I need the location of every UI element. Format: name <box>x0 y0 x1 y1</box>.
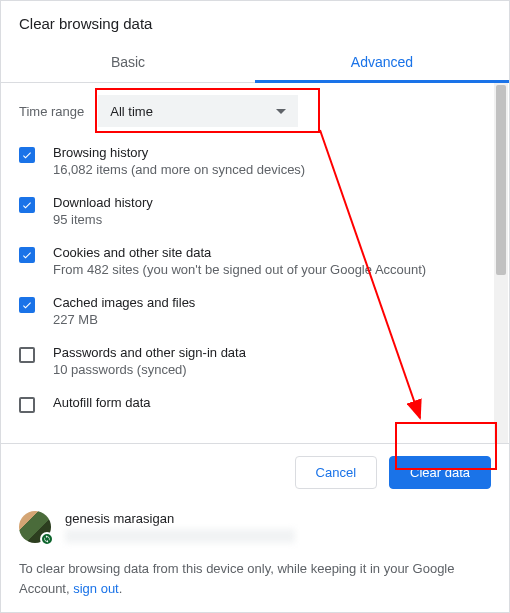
dialog-title: Clear browsing data <box>1 1 509 42</box>
dialog-footer: Cancel Clear data <box>1 443 509 501</box>
data-type-item: Cached images and files227 MB <box>19 295 491 327</box>
item-text: Cached images and files227 MB <box>53 295 195 327</box>
checkbox[interactable] <box>19 297 35 313</box>
time-range-value: All time <box>110 104 153 119</box>
item-title: Passwords and other sign-in data <box>53 345 246 360</box>
item-text: Passwords and other sign-in data10 passw… <box>53 345 246 377</box>
time-range-row: Time range All time <box>19 95 491 127</box>
item-subtitle: 16,082 items (and more on synced devices… <box>53 162 305 177</box>
item-title: Cookies and other site data <box>53 245 426 260</box>
item-subtitle: From 482 sites (you won't be signed out … <box>53 262 426 277</box>
time-range-label: Time range <box>19 104 84 119</box>
item-text: Cookies and other site dataFrom 482 site… <box>53 245 426 277</box>
time-range-select[interactable]: All time <box>98 95 298 127</box>
clear-data-button[interactable]: Clear data <box>389 456 491 489</box>
note-suffix: . <box>119 581 123 596</box>
checkbox[interactable] <box>19 397 35 413</box>
data-type-item: Download history95 items <box>19 195 491 227</box>
item-title: Download history <box>53 195 153 210</box>
cancel-button[interactable]: Cancel <box>295 456 377 489</box>
checkbox[interactable] <box>19 247 35 263</box>
sign-out-link[interactable]: sign out <box>73 581 119 596</box>
checkbox[interactable] <box>19 197 35 213</box>
scrollbar[interactable] <box>494 83 508 443</box>
scrollbar-thumb[interactable] <box>496 85 506 275</box>
data-type-item: Browsing history16,082 items (and more o… <box>19 145 491 177</box>
item-subtitle: 10 passwords (synced) <box>53 362 246 377</box>
data-type-item: Cookies and other site dataFrom 482 site… <box>19 245 491 277</box>
sync-badge-icon <box>40 532 54 546</box>
data-type-item: Autofill form data <box>19 395 491 413</box>
item-text: Browsing history16,082 items (and more o… <box>53 145 305 177</box>
item-title: Browsing history <box>53 145 305 160</box>
item-subtitle: 95 items <box>53 212 153 227</box>
data-type-item: Passwords and other sign-in data10 passw… <box>19 345 491 377</box>
account-info: genesis marasigan <box>65 511 491 543</box>
clear-browsing-data-dialog: Clear browsing data Basic Advanced Time … <box>0 0 510 613</box>
footer-note: To clear browsing data from this device … <box>1 553 509 612</box>
tab-basic[interactable]: Basic <box>1 42 255 82</box>
tab-advanced[interactable]: Advanced <box>255 42 509 82</box>
account-name: genesis marasigan <box>65 511 491 526</box>
item-text: Autofill form data <box>53 395 151 412</box>
account-email-redacted <box>65 529 295 543</box>
item-subtitle: 227 MB <box>53 312 195 327</box>
avatar <box>19 511 51 543</box>
tab-bar: Basic Advanced <box>1 42 509 83</box>
item-title: Autofill form data <box>53 395 151 410</box>
checkbox[interactable] <box>19 347 35 363</box>
checkbox[interactable] <box>19 147 35 163</box>
account-section: genesis marasigan <box>1 501 509 553</box>
item-title: Cached images and files <box>53 295 195 310</box>
chevron-down-icon <box>276 109 286 114</box>
item-text: Download history95 items <box>53 195 153 227</box>
dialog-content: Time range All time Browsing history16,0… <box>1 83 509 443</box>
